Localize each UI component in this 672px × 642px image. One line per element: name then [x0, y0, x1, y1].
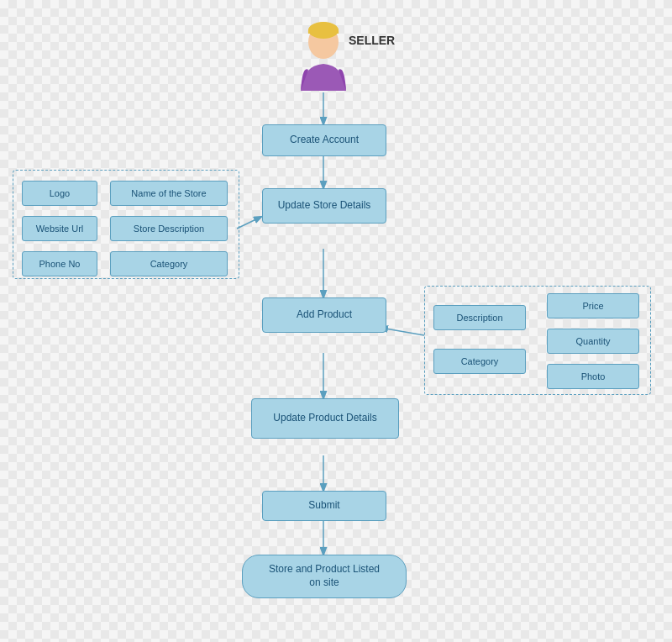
svg-line-3	[237, 217, 261, 229]
store-category-box: Category	[110, 251, 228, 276]
update-product-box: Update Product Details	[251, 398, 399, 439]
final-box: Store and Product Listed on site	[242, 555, 407, 598]
product-dashed-container: Description Category Price Quantity Phot…	[424, 286, 651, 395]
store-name-box: Name of the Store	[110, 181, 228, 206]
update-store-box: Update Store Details	[262, 188, 386, 224]
submit-box: Submit	[262, 491, 386, 521]
add-product-box: Add Product	[262, 297, 386, 333]
store-logo-box: Logo	[22, 181, 97, 206]
store-phone-box: Phone No	[22, 251, 97, 276]
create-account-box: Create Account	[262, 124, 386, 156]
store-description-box: Store Description	[110, 216, 228, 241]
seller-label: SELLER	[349, 34, 395, 47]
store-website-box: Website Url	[22, 216, 97, 241]
store-dashed-container: Logo Name of the Store Website Url Store…	[13, 170, 239, 279]
product-description-box: Description	[433, 305, 526, 330]
svg-line-5	[381, 328, 424, 335]
product-photo-box: Photo	[547, 364, 639, 389]
diagram-container: SELLER Create Account Update Store Detai…	[0, 0, 672, 642]
seller-avatar	[286, 15, 361, 91]
product-price-box: Price	[547, 293, 639, 318]
product-quantity-box: Quantity	[547, 329, 639, 354]
product-category-box: Category	[433, 349, 526, 374]
